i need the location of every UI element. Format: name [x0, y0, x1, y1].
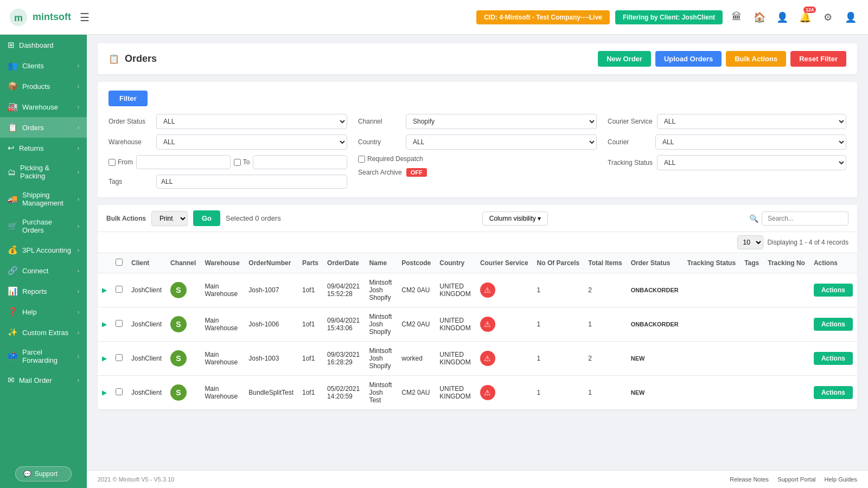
new-order-button[interactable]: New Order: [598, 51, 651, 67]
home-icon[interactable]: 🏠: [751, 9, 768, 26]
from-date-input[interactable]: [136, 155, 231, 169]
channel-select[interactable]: Shopify: [406, 114, 597, 129]
row-name: Mintsoft Josh Shopify: [365, 307, 397, 342]
select-all-checkbox[interactable]: [116, 259, 123, 266]
cid-badge[interactable]: CID: 4-Mintsoft - Test Company----Live: [476, 10, 610, 24]
tracking-status-select[interactable]: ALL: [657, 155, 846, 170]
release-notes-link[interactable]: Release Notes: [730, 476, 769, 483]
col-order-status: Order Status: [627, 253, 683, 273]
filter-button[interactable]: Filter: [108, 91, 148, 106]
row-no-parcels: 1: [533, 273, 584, 307]
courier-select[interactable]: ALL: [655, 134, 846, 150]
tags-input[interactable]: [156, 175, 347, 189]
reset-filter-button[interactable]: Reset Filter: [790, 51, 846, 67]
row-checkbox-input[interactable]: [116, 286, 123, 293]
row-orderdate: 09/03/2021 16:28:29: [323, 342, 365, 376]
chevron-right-icon: ›: [78, 104, 79, 110]
orders-icon: 📋: [8, 123, 18, 132]
actions-button[interactable]: Actions: [814, 318, 853, 331]
upload-orders-button[interactable]: Upload Orders: [655, 51, 722, 67]
help-guides-link[interactable]: Help Guides: [824, 476, 857, 483]
row-tracking-status: [683, 307, 740, 342]
expand-button[interactable]: ▶: [102, 320, 107, 328]
row-warehouse: Main Warehouse: [200, 376, 244, 410]
row-courier-service: ⚠: [476, 307, 533, 342]
search-archive-toggle[interactable]: OFF: [406, 168, 427, 177]
actions-button[interactable]: Actions: [814, 352, 853, 365]
sidebar-item-clients[interactable]: 👥 Clients ›: [0, 55, 87, 76]
row-courier-service: ⚠: [476, 376, 533, 410]
order-status-select[interactable]: ALL: [156, 114, 347, 129]
expand-button[interactable]: ▶: [102, 389, 107, 396]
column-visibility-button[interactable]: Column visibility ▾: [482, 211, 548, 226]
support-icon: 💬: [23, 470, 31, 478]
warehouse-icon[interactable]: 🏛: [728, 9, 745, 26]
country-select[interactable]: ALL: [406, 134, 597, 150]
row-tags: [740, 307, 763, 342]
bulk-actions-button[interactable]: Bulk Actions: [726, 51, 786, 67]
table-header-row: Client Channel Warehouse OrderNumber Par…: [98, 253, 857, 273]
sidebar-item-label: Dashboard: [19, 41, 54, 49]
filter-badge[interactable]: Filtering by Client: JoshClient: [615, 10, 723, 24]
courier-service-select[interactable]: ALL: [657, 114, 846, 129]
row-parts: 1of1: [298, 342, 323, 376]
sidebar-item-orders[interactable]: 📋 Orders ›: [0, 117, 87, 138]
sidebar-item-products[interactable]: 📦 Products ›: [0, 76, 87, 97]
warehouse-select[interactable]: ALL: [156, 134, 347, 150]
sidebar-item-reports[interactable]: 📊 Reports ›: [0, 281, 87, 301]
row-expand: ▶: [98, 307, 111, 342]
actions-button[interactable]: Actions: [814, 386, 853, 399]
sidebar-item-parcel[interactable]: 📫 Parcel Forwarding ›: [0, 343, 87, 370]
row-ordernumber: Josh-1007: [244, 273, 298, 307]
go-button[interactable]: Go: [193, 210, 220, 226]
sidebar-item-label: Warehouse: [22, 103, 58, 111]
row-checkbox-input[interactable]: [116, 320, 123, 327]
sidebar-item-connect[interactable]: 🔗 Connect ›: [0, 260, 87, 281]
support-button[interactable]: 💬 Support: [15, 466, 72, 481]
row-parts: 1of1: [298, 307, 323, 342]
row-order-status: NEW: [627, 376, 683, 410]
user-icon[interactable]: 👤: [774, 9, 791, 26]
expand-button[interactable]: ▶: [102, 355, 107, 362]
row-client: JoshClient: [127, 376, 166, 410]
row-actions: Actions: [809, 307, 857, 342]
row-courier-service: ⚠: [476, 273, 533, 307]
sidebar-item-picking[interactable]: 🗂 Picking & Packing ›: [0, 158, 87, 185]
from-checkbox[interactable]: [108, 159, 116, 166]
orders-table-panel: Bulk Actions Print Go Selected 0 orders …: [98, 205, 857, 410]
search-input[interactable]: [762, 211, 848, 226]
chevron-right-icon: ›: [78, 84, 79, 89]
sidebar-item-dashboard[interactable]: ⊞ Dashboard: [0, 35, 87, 55]
sidebar-item-returns[interactable]: ↩ Returns ›: [0, 138, 87, 158]
to-checkbox[interactable]: [234, 159, 241, 166]
page-title: Orders: [125, 53, 157, 65]
expand-button[interactable]: ▶: [102, 286, 107, 294]
row-ordernumber: Josh-1003: [244, 342, 298, 376]
row-tags: [740, 342, 763, 376]
sidebar-item-mail[interactable]: ✉ Mail Order ›: [0, 370, 87, 390]
sidebar-item-custom[interactable]: ✨ Custom Extras ›: [0, 322, 87, 343]
notification-icon[interactable]: 🔔 124: [796, 9, 814, 26]
per-page-select[interactable]: 10: [737, 235, 763, 249]
required-despatch-checkbox[interactable]: [358, 156, 365, 163]
sidebar-item-label: Parcel Forwarding: [22, 348, 73, 364]
support-portal-link[interactable]: Support Portal: [777, 476, 815, 483]
sidebar-item-help[interactable]: ❓ Help ›: [0, 301, 87, 322]
sidebar-item-label: Clients: [22, 62, 44, 70]
hamburger-icon[interactable]: ☰: [80, 11, 90, 24]
bulk-actions-select[interactable]: Print: [151, 211, 188, 226]
to-date-input[interactable]: [253, 155, 347, 169]
warehouse-label: Warehouse: [108, 138, 152, 146]
search-archive-label: Search Archive: [358, 169, 402, 176]
settings-icon[interactable]: ⚙: [819, 9, 837, 26]
channel-icon: S: [170, 384, 187, 401]
sidebar-item-purchase[interactable]: 🛒 Purchase Orders ›: [0, 213, 87, 240]
row-checkbox-input[interactable]: [116, 354, 123, 361]
sidebar-item-warehouse[interactable]: 🏭 Warehouse ›: [0, 97, 87, 117]
col-tags: Tags: [740, 253, 763, 273]
actions-button[interactable]: Actions: [814, 284, 853, 297]
row-checkbox-input[interactable]: [116, 388, 123, 395]
sidebar-item-shipping[interactable]: 🚚 Shipping Management ›: [0, 185, 87, 213]
sidebar-item-accounting[interactable]: 💰 3PL Accounting ›: [0, 240, 87, 260]
account-icon[interactable]: 👤: [842, 9, 859, 26]
